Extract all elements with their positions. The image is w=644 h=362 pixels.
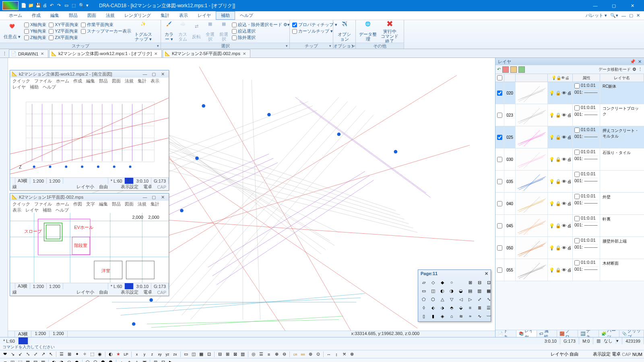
layer-row[interactable]: 023💡🔒👁🖨 01:0.01001: ———コンクリートブロック: [495, 104, 644, 126]
palette-dropdown[interactable]: パレット ▾: [586, 12, 607, 19]
tool-icon[interactable]: ⊞: [66, 351, 72, 358]
layer-flags[interactable]: 💡🔒👁🖨: [548, 215, 573, 237]
tool-icon[interactable]: ⊖: [281, 351, 287, 358]
menu-home[interactable]: ホーム: [4, 12, 27, 19]
page-tool-icon[interactable]: ⬡: [429, 296, 437, 303]
tool-icon[interactable]: ↘: [9, 351, 16, 358]
tool-icon[interactable]: zx: [172, 351, 178, 358]
subwin-canvas[interactable]: Z: [10, 90, 169, 177]
qat-icon[interactable]: 🔍: [79, 3, 85, 8]
tool-icon[interactable]: ⬠: [85, 359, 91, 362]
status-layer[interactable]: * L:60: [0, 337, 19, 344]
tool-icon[interactable]: ⬣: [107, 359, 114, 362]
tool-icon[interactable]: ▦: [198, 351, 204, 358]
tool-icon[interactable]: ㎝: [292, 351, 298, 358]
layer-color-swatch[interactable]: [502, 66, 509, 73]
layer-row[interactable]: 025💡🔒👁🖨 01:0.01001: ———押えコンクリート・モルタル: [495, 126, 644, 148]
page-tool-icon[interactable]: ▯: [420, 313, 428, 320]
snap-anypoint-button[interactable]: ❤️ 任意点 ▾: [2, 21, 22, 42]
tool-icon[interactable]: ↖: [47, 351, 54, 358]
main-3d-viewport[interactable]: 📐 k2マンション立体図-work12.mps:2 - [南立面図] — ▢ ✕…: [8, 58, 495, 337]
subwin-max-icon[interactable]: ▢: [149, 72, 158, 77]
tool-icon[interactable]: ◐: [107, 351, 114, 358]
btab-attr[interactable]: 🏷属性…: [537, 330, 557, 337]
page-tool-icon[interactable]: ▭: [420, 287, 428, 294]
page-tool-icon[interactable]: ◊: [420, 304, 428, 311]
layer-check[interactable]: [497, 157, 502, 162]
menu-rendering[interactable]: レンダリング: [120, 12, 156, 19]
subwin-titlebar[interactable]: 📐 k2マンション立体図-work12.mps:2 - [南立面図] — ▢ ✕: [10, 70, 169, 78]
subwin-min-icon[interactable]: —: [140, 72, 149, 76]
layer-mode-label[interactable]: データ移動モード: [599, 67, 631, 72]
btab-parts[interactable]: 🧩パーツ: [599, 330, 620, 337]
tool-icon[interactable]: ◫: [190, 351, 197, 358]
tool-icon[interactable]: ▣: [141, 359, 148, 362]
gear-icon[interactable]: ⚙: [632, 67, 636, 72]
layer-flags[interactable]: 💡🔒👁🖨: [548, 171, 573, 192]
menu-aux[interactable]: 補助: [216, 11, 235, 20]
page-tool-icon[interactable]: ◑: [448, 287, 456, 294]
tool-icon[interactable]: ↕: [333, 351, 340, 358]
select-color-button[interactable]: 🖌️ カラー ▾: [163, 21, 175, 42]
select-custom-button[interactable]: ☁️カスタム: [177, 21, 188, 42]
qat-icon[interactable]: 📄: [21, 3, 27, 8]
menu-icon[interactable]: ⋮: [638, 67, 642, 72]
page-tool-icon[interactable]: ⬘: [448, 304, 456, 311]
subwin-menu2[interactable]: 表示レイヤ補助ヘルプ: [10, 207, 169, 213]
menu-tally[interactable]: 集計: [156, 12, 174, 19]
tool-icon[interactable]: ⊞: [152, 359, 159, 362]
subwin-menu[interactable]: クイックファイルホーム作図文字編集部品図面法規集計: [10, 201, 169, 207]
chk-yz-plane[interactable]: YZ平面拘束: [49, 28, 78, 34]
tool-icon[interactable]: ⬚: [89, 351, 95, 358]
tool-icon[interactable]: ☰: [258, 351, 264, 358]
page-tool-icon[interactable]: ⊟: [475, 279, 483, 286]
subwin-max-icon[interactable]: ▢: [149, 195, 158, 200]
subwin-titlebar[interactable]: 📐 K2マンション1F平面図-002.mps — ▢ ✕: [10, 193, 169, 201]
page-tool-icon[interactable]: 〰: [485, 313, 493, 320]
tool-icon[interactable]: ⊕: [273, 351, 280, 358]
status-viewset[interactable]: 表示設定: [593, 351, 611, 357]
tool-icon[interactable]: ◉: [97, 351, 103, 358]
doc-tab[interactable]: 📐k2マンション立体図-work12.mps:1 - [オブリク]✕: [49, 49, 162, 58]
page-tool-icon[interactable]: ▦: [485, 287, 493, 294]
menu-create[interactable]: 作成: [27, 12, 45, 19]
layer-bottom-tabs[interactable]: 📄ドキ… 📚レイヤ 🏷属性… 🧱ブロ… 🔤テキ… 🧩パーツ 📎クリップ: [495, 330, 644, 337]
tool-icon[interactable]: xy: [157, 351, 163, 358]
qat-icon[interactable]: ↷: [57, 3, 63, 8]
undo-icon[interactable]: ↶: [497, 67, 501, 72]
chk-property-tip[interactable]: プロパティチップ ▾: [292, 22, 337, 28]
status-color[interactable]: [19, 337, 28, 344]
layer-check[interactable]: [497, 267, 502, 273]
status-dropdown[interactable]: ▥ なし ▾: [593, 337, 622, 344]
subwindow-plan[interactable]: 📐 K2マンション1F平面図-002.mps — ▢ ✕ クイックファイルホーム…: [10, 193, 169, 296]
page-tool-icon[interactable]: ⌂: [448, 313, 456, 320]
chk-filter-in[interactable]: 絞込選択: [232, 28, 290, 34]
layer-flags[interactable]: 💡🔒👁🖨: [548, 82, 573, 104]
tool-icon[interactable]: ≡: [266, 351, 272, 358]
tool-icon[interactable]: ⊡: [206, 351, 212, 358]
toolbar-row-1[interactable]: ❤↘↙⤡⤢↗↖ ☰⊞✦✧⬚◉ ◐★LP xyz xyyzzx ▭◫▦⊡ ⊟⊞⊠▥…: [0, 350, 644, 358]
page-tool-icon[interactable]: ≋: [457, 313, 465, 320]
layer-check[interactable]: [497, 113, 502, 118]
layer-check[interactable]: [497, 135, 502, 140]
page-tool-icon[interactable]: ⬖: [429, 304, 437, 311]
doc-tab[interactable]: 📄DRAWIN1✕: [9, 49, 48, 58]
tool-icon[interactable]: ◓: [74, 359, 80, 362]
chk-workplane[interactable]: 作業平面拘束: [81, 22, 131, 28]
tool-icon[interactable]: ⤧: [341, 351, 347, 358]
command-prompt[interactable]: コマンドを入力してください: [0, 344, 644, 350]
chk-filter-out[interactable]: 除外選択: [232, 35, 290, 41]
tool-icon[interactable]: ↔: [326, 351, 332, 358]
tool-icon[interactable]: yz: [164, 351, 171, 358]
tool-icon[interactable]: ◒: [66, 359, 72, 362]
select-invert-button[interactable]: ⇄反転: [191, 21, 202, 42]
pin-icon[interactable]: 📌: [630, 59, 636, 64]
heart-icon[interactable]: ❤: [2, 351, 8, 358]
layer-check[interactable]: [497, 223, 502, 228]
page-tool-icon[interactable]: ○: [448, 279, 456, 286]
menu-view[interactable]: 表示: [174, 12, 193, 19]
tool-icon[interactable]: ⤢: [32, 351, 39, 358]
cmd-abort-button[interactable]: ✖実行中 コマンド終了: [380, 21, 399, 42]
tool-icon[interactable]: ◫: [9, 359, 16, 362]
select-all-button[interactable]: ▦全選択: [204, 21, 216, 42]
